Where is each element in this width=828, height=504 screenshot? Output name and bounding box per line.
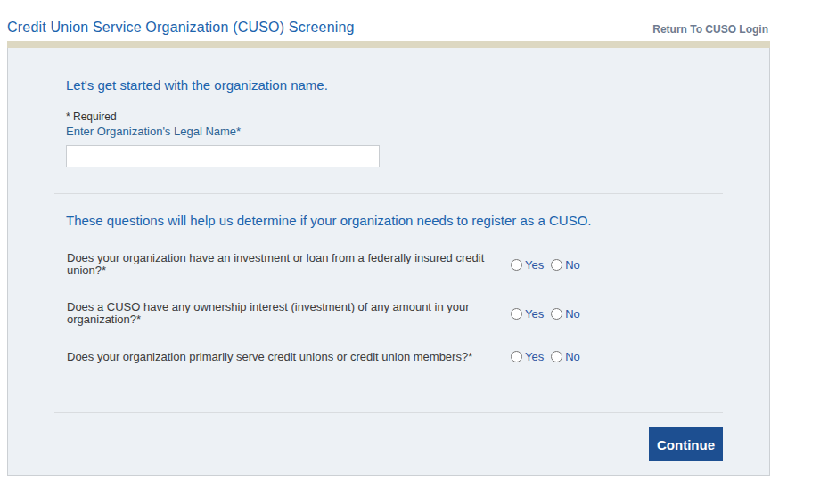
- yes-option-label: Yes: [525, 307, 544, 321]
- question-3-radio-group: Yes No: [511, 350, 580, 363]
- question-2-yes-radio[interactable]: [511, 308, 522, 320]
- header: Credit Union Service Organization (CUSO)…: [0, 0, 828, 41]
- button-row: Continue: [54, 427, 723, 461]
- question-2-radio-group: Yes No: [511, 307, 580, 321]
- required-note: * Required: [66, 110, 723, 123]
- panel-content: Let's get started with the organization …: [54, 48, 723, 461]
- continue-button[interactable]: Continue: [649, 427, 723, 461]
- return-to-cuso-login-link[interactable]: Return To CUSO Login: [652, 23, 768, 36]
- tan-accent-bar: [7, 41, 770, 48]
- question-1-yes-option[interactable]: Yes: [511, 258, 544, 272]
- organization-name-heading: Let's get started with the organization …: [66, 77, 723, 93]
- questions-heading: These questions will help us determine i…: [66, 213, 723, 228]
- section-divider: [54, 193, 723, 194]
- question-3-no-radio[interactable]: [551, 351, 562, 362]
- question-2-no-option[interactable]: No: [551, 307, 580, 321]
- question-1-yes-radio[interactable]: [511, 259, 522, 271]
- question-row-1: Does your organization have an investmen…: [54, 252, 723, 277]
- org-legal-name-input[interactable]: [66, 145, 380, 167]
- question-3-no-option[interactable]: No: [551, 350, 580, 363]
- screening-panel: Let's get started with the organization …: [7, 48, 770, 476]
- question-2-yes-option[interactable]: Yes: [511, 307, 544, 321]
- no-option-label: No: [565, 258, 580, 272]
- org-legal-name-label: Enter Organization's Legal Name*: [66, 125, 241, 138]
- yes-option-label: Yes: [525, 258, 544, 272]
- no-option-label: No: [565, 350, 580, 363]
- question-2-label: Does a CUSO have any ownership interest …: [67, 301, 511, 326]
- no-option-label: No: [565, 307, 580, 321]
- question-2-no-radio[interactable]: [551, 308, 562, 320]
- question-row-3: Does your organization primarily serve c…: [54, 350, 723, 363]
- question-3-label: Does your organization primarily serve c…: [67, 351, 511, 363]
- question-3-yes-option[interactable]: Yes: [511, 350, 544, 363]
- question-1-no-radio[interactable]: [551, 259, 562, 271]
- footer-divider: [54, 412, 723, 413]
- question-1-radio-group: Yes No: [511, 258, 580, 272]
- question-1-no-option[interactable]: No: [551, 258, 580, 272]
- question-3-yes-radio[interactable]: [511, 351, 522, 362]
- question-1-label: Does your organization have an investmen…: [67, 252, 511, 277]
- question-row-2: Does a CUSO have any ownership interest …: [54, 301, 723, 326]
- page-title: Credit Union Service Organization (CUSO)…: [7, 20, 355, 36]
- yes-option-label: Yes: [525, 350, 544, 363]
